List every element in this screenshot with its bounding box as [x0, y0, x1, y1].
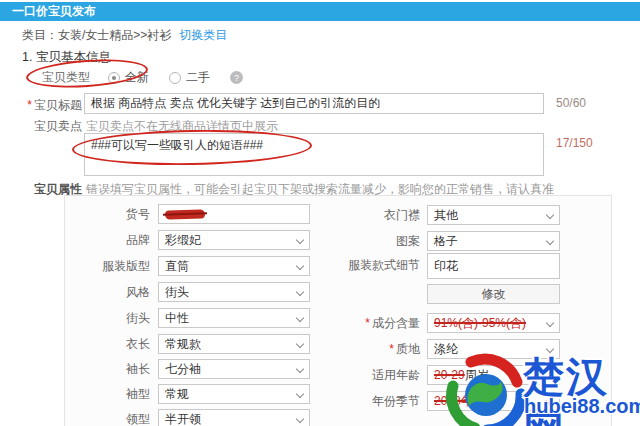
item-type-label: 宝贝类型	[42, 69, 90, 86]
pattern-label: 图案	[296, 231, 420, 251]
age-range-label: 适用年龄	[296, 365, 420, 385]
item-number-input[interactable]	[158, 204, 310, 224]
radio-new-label: 全新	[125, 69, 149, 86]
required-asterisk: *	[365, 316, 370, 330]
brand-select[interactable]: 彩缎妃	[158, 230, 310, 250]
season-label: 年份季节	[296, 391, 420, 411]
required-asterisk: *	[27, 98, 32, 112]
product-publish-page: 一口价宝贝发布 类目：女装/女士精品>>衬衫切换类目 1. 宝贝基本信息 宝贝类…	[0, 0, 640, 426]
page-header: 一口价宝贝发布	[0, 2, 640, 21]
style-label: 风格	[38, 282, 150, 302]
composition-select[interactable]: 91%(含)-95%(含)	[427, 313, 560, 333]
garment-cut-select[interactable]: 直筒	[158, 256, 310, 276]
season-select[interactable]: 2018年夏季	[427, 391, 560, 411]
title-char-counter: 50/60	[556, 96, 586, 110]
brand-label: 品牌	[38, 230, 150, 250]
redacted-scribble	[165, 209, 205, 219]
chevron-down-icon	[546, 397, 554, 405]
chevron-down-icon	[546, 319, 554, 327]
garment-length-label: 衣长	[38, 334, 150, 354]
chevron-down-icon	[296, 415, 304, 423]
radio-secondhand-label: 二手	[186, 69, 210, 86]
switch-category-link[interactable]: 切换类目	[179, 28, 227, 42]
age-range-select[interactable]: 20-29周岁	[427, 365, 560, 385]
modify-button[interactable]: 修改	[427, 284, 560, 304]
category-label: 类目：	[22, 28, 58, 42]
street-label: 街头	[38, 308, 150, 328]
street-select[interactable]: 中性	[158, 308, 310, 328]
radio-selected-icon	[108, 72, 120, 84]
material-select[interactable]: 涤纶	[427, 339, 560, 359]
style-detail-label: 服装款式细节	[296, 255, 420, 275]
breadcrumb: 类目：女装/女士精品>>衬衫切换类目	[22, 27, 227, 44]
item-type-row: 宝贝类型 全新 二手 ?	[42, 69, 243, 86]
collar-type-select[interactable]: 半开领	[158, 409, 310, 426]
chevron-down-icon	[546, 211, 554, 219]
radio-unselected-icon	[169, 72, 181, 84]
sleeve-type-select[interactable]: 常规	[158, 384, 310, 404]
sleeve-length-label: 袖长	[38, 359, 150, 379]
garment-cut-label: 服装版型	[38, 256, 150, 276]
placket-label: 衣门襟	[296, 205, 420, 225]
chevron-down-icon	[546, 371, 554, 379]
chevron-down-icon	[296, 288, 304, 296]
selling-point-textarea[interactable]: ###可以写一些吸引人的短语###	[84, 133, 544, 176]
radio-new[interactable]: 全新	[108, 69, 149, 86]
sleeve-length-select[interactable]: 七分袖	[158, 359, 310, 379]
radio-secondhand[interactable]: 二手	[169, 69, 210, 86]
pattern-select[interactable]: 格子	[427, 231, 560, 251]
garment-length-select[interactable]: 常规款	[158, 334, 310, 354]
sleeve-type-label: 袖型	[38, 384, 150, 404]
style-select[interactable]: 街头	[158, 282, 310, 302]
placket-select[interactable]: 其他	[427, 205, 560, 225]
title-input[interactable]: 根据 商品特点 卖点 优化关键字 达到自己的引流的目的	[84, 93, 544, 114]
style-detail-input[interactable]: 印花	[427, 253, 560, 279]
collar-type-label: 领型	[38, 409, 150, 426]
page-title: 一口价宝贝发布	[12, 4, 96, 18]
item-number-label: 货号	[38, 204, 150, 224]
chevron-down-icon	[546, 237, 554, 245]
chevron-down-icon	[546, 345, 554, 353]
selling-point-label: 宝贝卖点	[26, 118, 82, 135]
section-title: 1. 宝贝基本信息	[22, 49, 111, 66]
help-icon[interactable]: ?	[230, 71, 243, 84]
composition-label: *成分含量	[296, 313, 420, 333]
title-field-label: *宝贝标题	[26, 97, 82, 114]
selling-point-char-counter: 17/150	[556, 136, 593, 150]
required-asterisk: *	[389, 342, 394, 356]
material-label: *质地	[296, 339, 420, 359]
category-path: 女装/女士精品>>衬衫	[58, 28, 171, 42]
